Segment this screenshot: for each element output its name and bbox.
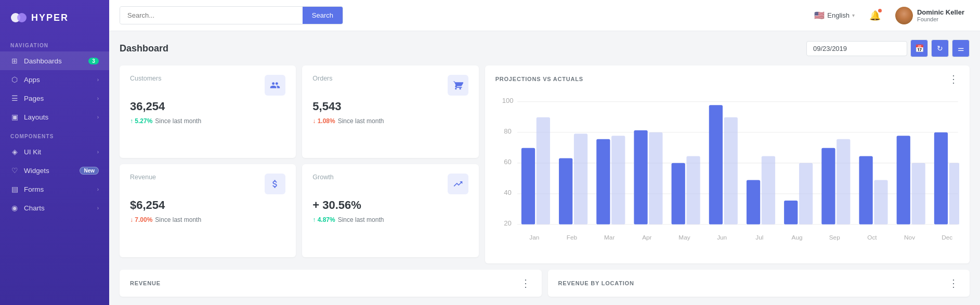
svg-rect-13 [536, 117, 550, 224]
revenue-icon [265, 174, 285, 194]
svg-text:Nov: Nov [904, 234, 915, 241]
svg-rect-30 [747, 180, 760, 224]
svg-rect-27 [709, 105, 722, 224]
revenue-location-more-button[interactable]: ⋮ [948, 278, 959, 288]
bottom-row: REVENUE ⋮ REVENUE BY LOCATION ⋮ [120, 270, 970, 297]
sidebar-item-charts[interactable]: ◉ Charts › [0, 198, 109, 217]
svg-rect-15 [559, 158, 572, 224]
svg-rect-22 [649, 132, 662, 224]
sidebar-item-layouts[interactable]: ▣ Layouts › [0, 108, 109, 126]
stat-footer: ↓ 7.00% Since last month [130, 216, 285, 223]
stat-since: Since last month [155, 216, 201, 223]
dashboard-controls: 📅 ↻ ⚌ [806, 39, 970, 57]
flag-icon: 🇺🇸 [814, 10, 825, 20]
components-section-label: COMPONENTS [0, 126, 109, 142]
stat-label: Growth [312, 174, 333, 181]
search-button[interactable]: Search [303, 7, 343, 24]
user-menu[interactable]: Dominic Keller Founder [890, 4, 970, 28]
svg-rect-12 [521, 148, 534, 224]
chevron-right-icon: › [97, 77, 99, 83]
stat-footer: ↓ 1.08% Since last month [312, 117, 468, 125]
svg-rect-21 [634, 130, 647, 224]
svg-rect-46 [949, 163, 959, 224]
revenue-location-title: REVENUE BY LOCATION [558, 280, 634, 286]
chevron-right-icon: › [97, 187, 99, 192]
sidebar-item-label: Widgets [24, 167, 74, 175]
svg-text:Apr: Apr [642, 234, 651, 241]
stat-since: Since last month [155, 117, 201, 125]
stat-value: 36,254 [130, 100, 285, 113]
sidebar: HYPER NAVIGATION ⊞ Dashboards 3 ⬡ Apps ›… [0, 0, 109, 305]
stat-since: Since last month [338, 117, 384, 125]
svg-rect-33 [784, 201, 798, 224]
sidebar-item-dashboards[interactable]: ⊞ Dashboards 3 [0, 51, 109, 70]
svg-text:Jan: Jan [529, 234, 539, 241]
bar-chart-svg: 100 80 60 40 20 Jan [495, 89, 959, 253]
svg-text:Sep: Sep [829, 234, 840, 241]
main-area: Search 🇺🇸 English ▾ 🔔 Dominic Keller Fou… [109, 0, 980, 305]
svg-rect-45 [934, 132, 947, 224]
svg-rect-25 [686, 156, 700, 224]
stat-change: ↓ 7.00% [130, 216, 152, 223]
stat-label: Customers [130, 75, 161, 82]
svg-text:100: 100 [502, 97, 513, 104]
search-input[interactable] [120, 7, 303, 23]
svg-rect-28 [724, 117, 737, 224]
svg-text:Aug: Aug [791, 234, 802, 241]
avatar [895, 7, 913, 24]
svg-text:60: 60 [504, 158, 512, 166]
sidebar-item-widgets[interactable]: ♡ Widgets New [0, 161, 109, 180]
stat-change: ↑ 4.87% [312, 216, 335, 223]
notification-bell[interactable]: 🔔 [865, 6, 885, 25]
sidebar-item-pages[interactable]: ☰ Pages › [0, 89, 109, 108]
svg-text:40: 40 [504, 189, 512, 196]
svg-rect-37 [837, 139, 850, 224]
new-badge: New [80, 167, 99, 175]
filter-button[interactable]: ⚌ [952, 39, 970, 57]
sidebar-item-apps[interactable]: ⬡ Apps › [0, 70, 109, 89]
nav-section-label: NAVIGATION [0, 35, 109, 51]
stat-card-growth: Growth + 30.56% ↑ 4.87% Since last month [302, 164, 478, 257]
sidebar-item-ui-kit[interactable]: ◈ UI Kit › [0, 142, 109, 161]
apps-icon: ⬡ [10, 75, 19, 84]
svg-point-1 [17, 13, 27, 22]
stat-card-customers: Customers 36,254 ↑ 5.27% Since last mont… [120, 65, 296, 158]
widgets-icon: ♡ [10, 166, 19, 175]
forms-icon: ▤ [10, 185, 19, 193]
stat-label: Orders [312, 75, 332, 82]
stat-value: 5,543 [312, 100, 468, 113]
refresh-button[interactable]: ↻ [931, 39, 949, 57]
ui-kit-icon: ◈ [10, 148, 19, 156]
svg-text:May: May [678, 234, 690, 241]
sidebar-item-label: Apps [24, 76, 92, 84]
revenue-title: REVENUE [130, 280, 161, 286]
sidebar-item-label: Dashboards [24, 57, 83, 65]
revenue-more-button[interactable]: ⋮ [520, 278, 531, 288]
growth-icon [448, 174, 468, 194]
svg-rect-16 [574, 134, 587, 224]
svg-rect-42 [896, 136, 910, 224]
language-selector[interactable]: 🇺🇸 English ▾ [809, 7, 860, 23]
chart-more-button[interactable]: ⋮ [948, 74, 959, 84]
date-picker[interactable] [806, 41, 907, 56]
chevron-right-icon: › [97, 149, 99, 155]
sidebar-logo: HYPER [0, 0, 109, 35]
svg-text:Jun: Jun [717, 234, 727, 241]
content-area: Dashboard 📅 ↻ ⚌ Customers [109, 31, 980, 305]
logo-text: HYPER [31, 12, 69, 23]
user-role: Founder [917, 16, 964, 22]
stat-card-orders: Orders 5,543 ↓ 1.08% Since last month [302, 65, 478, 158]
calendar-button[interactable]: 📅 [910, 39, 928, 57]
svg-rect-34 [799, 163, 813, 224]
sidebar-item-label: Forms [24, 185, 92, 193]
chevron-right-icon: › [97, 114, 99, 120]
sidebar-item-label: Charts [24, 204, 92, 212]
stat-value: + 30.56% [312, 198, 468, 212]
sidebar-item-label: UI Kit [24, 148, 92, 156]
sidebar-item-forms[interactable]: ▤ Forms › [0, 180, 109, 198]
svg-rect-31 [761, 156, 775, 224]
svg-rect-40 [874, 180, 887, 224]
svg-rect-19 [611, 136, 625, 224]
svg-rect-18 [596, 139, 610, 224]
orders-icon [448, 75, 468, 96]
